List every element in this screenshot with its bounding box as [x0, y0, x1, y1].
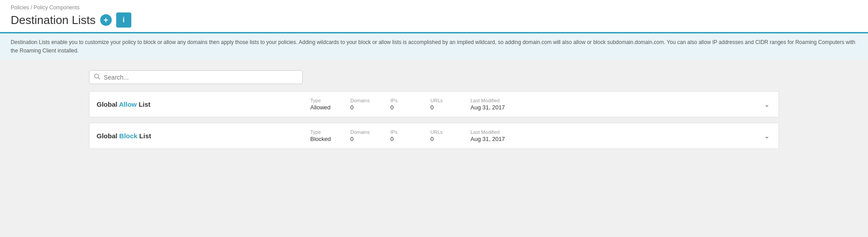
expand-button[interactable]: ⌄: [763, 131, 771, 141]
type-label: Type: [310, 98, 350, 103]
list-item-name: Global Block List: [97, 132, 310, 140]
search-input[interactable]: [104, 74, 298, 81]
list-container: Global Allow List Type Allowed Domains 0…: [89, 91, 779, 149]
meta-type: Type Allowed: [310, 98, 350, 111]
breadcrumb: Policies / Policy Components: [11, 4, 857, 11]
type-value: Allowed: [310, 104, 350, 111]
meta-urls: URLs 0: [430, 98, 471, 111]
info-banner: Destination Lists enable you to customiz…: [0, 33, 868, 60]
list-item-name-part1: Global: [97, 132, 119, 140]
header-section: Policies / Policy Components Destination…: [0, 0, 868, 33]
urls-value: 0: [430, 136, 471, 142]
info-button[interactable]: i: [116, 12, 131, 28]
breadcrumb-part1: Policies: [11, 4, 29, 11]
modified-label: Last Modified: [471, 98, 542, 103]
list-item-name-part2: List: [137, 100, 150, 108]
meta-urls: URLs 0: [430, 129, 471, 142]
domains-label: Domains: [350, 98, 390, 103]
search-box: [89, 70, 303, 84]
meta-ips: IPs 0: [390, 98, 430, 111]
add-button[interactable]: +: [100, 14, 112, 26]
meta-type: Type Blocked: [310, 129, 350, 142]
domains-value: 0: [350, 104, 390, 111]
meta-modified: Last Modified Aug 31, 2017: [471, 129, 542, 142]
modified-label: Last Modified: [471, 129, 542, 135]
list-item-meta: Type Allowed Domains 0 IPs 0 URLs 0 Last…: [310, 98, 763, 111]
list-item: Global Block List Type Blocked Domains 0…: [89, 123, 779, 149]
meta-domains: Domains 0: [350, 129, 390, 142]
list-item-meta: Type Blocked Domains 0 IPs 0 URLs 0 Last…: [310, 129, 763, 142]
list-item-name: Global Allow List: [97, 100, 310, 108]
domains-label: Domains: [350, 129, 390, 135]
modified-value: Aug 31, 2017: [471, 104, 542, 111]
main-content: Global Allow List Type Allowed Domains 0…: [0, 60, 868, 237]
urls-label: URLs: [430, 98, 471, 103]
expand-button[interactable]: ⌄: [763, 99, 771, 110]
type-value: Blocked: [310, 136, 350, 142]
urls-value: 0: [430, 104, 471, 111]
info-banner-text: Destination Lists enable you to customiz…: [11, 39, 855, 54]
ips-value: 0: [390, 104, 430, 111]
list-item-name-part2: List: [138, 132, 151, 140]
breadcrumb-part2: Policy Components: [33, 4, 79, 11]
urls-label: URLs: [430, 129, 471, 135]
page-title: Destination Lists: [11, 13, 96, 27]
ips-label: IPs: [390, 129, 430, 135]
search-container: [89, 70, 779, 84]
list-item: Global Allow List Type Allowed Domains 0…: [89, 91, 779, 117]
ips-label: IPs: [390, 98, 430, 103]
search-icon: [94, 73, 100, 81]
list-item-name-part1: Global: [97, 100, 119, 108]
list-item-name-highlight: Block: [119, 132, 138, 140]
type-label: Type: [310, 129, 350, 135]
domains-value: 0: [350, 136, 390, 142]
meta-domains: Domains 0: [350, 98, 390, 111]
list-item-name-highlight: Allow: [119, 100, 137, 108]
ips-value: 0: [390, 136, 430, 142]
meta-ips: IPs 0: [390, 129, 430, 142]
svg-line-1: [98, 78, 100, 80]
page-title-row: Destination Lists + i: [11, 12, 857, 32]
meta-modified: Last Modified Aug 31, 2017: [471, 98, 542, 111]
modified-value: Aug 31, 2017: [471, 136, 542, 142]
